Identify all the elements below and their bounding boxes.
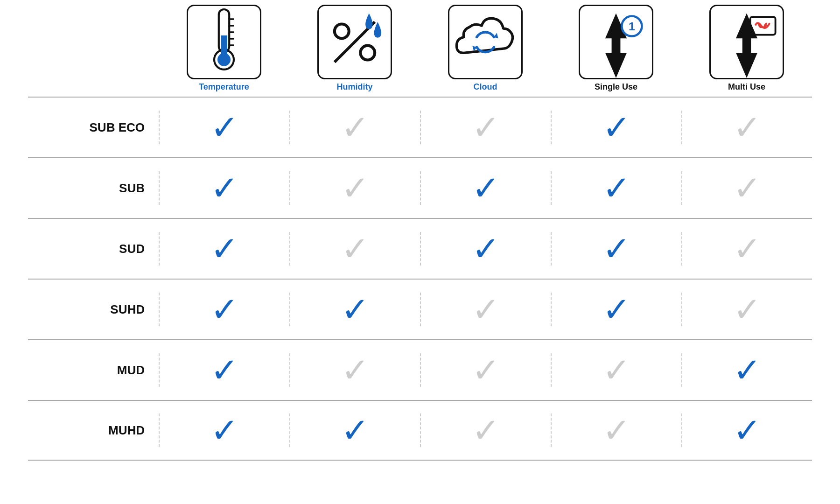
checkmark-active: ✓ [210,413,238,447]
header-cell-humidity: Humidity [289,5,420,92]
temperature-icon-box [187,5,261,79]
checkmark-inactive: ✓ [602,353,630,387]
data-cell: ✓ [551,413,681,447]
checkmark-inactive: ✓ [341,353,369,387]
humidity-icon [319,6,391,78]
data-cell: ✓ [681,111,812,144]
checkmark-active: ✓ [210,232,238,266]
data-rows: SUB ECO✓✓✓✓✓SUB✓✓✓✓✓SUD✓✓✓✓✓SUHD✓✓✓✓✓MUD… [28,97,812,495]
data-cell: ✓ [681,413,812,447]
checkmark-inactive: ✓ [341,171,369,205]
checkmark-active: ✓ [341,293,369,326]
data-cell: ✓ [681,232,812,266]
header-row: Temperature Humidity [28,5,812,97]
data-cell: ✓ [159,111,289,144]
data-cell: ✓ [681,293,812,326]
data-cell: ✓ [289,293,420,326]
data-cell: ✓ [551,171,681,205]
thermometer-icon [191,6,257,78]
data-cell: ✓ [551,111,681,144]
data-cell: ✓ [289,171,420,205]
checkmark-inactive: ✓ [341,232,369,266]
data-cell: ✓ [289,232,420,266]
table-row: MUD✓✓✓✓✓ [28,339,812,400]
data-cell: ✓ [159,232,289,266]
header-cell-multi-use: Multi Use [681,5,812,92]
checkmark-inactive: ✓ [733,232,761,266]
checkmark-active: ✓ [602,232,630,266]
single-use-icon: 1 [580,6,652,78]
checkmark-active: ✓ [733,353,761,387]
checkmark-active: ✓ [602,171,630,205]
checkmark-inactive: ✓ [472,413,500,447]
data-cell: ✓ [420,171,551,205]
data-cell: ✓ [289,111,420,144]
row-label: SUB [28,181,159,196]
checkmark-active: ✓ [210,293,238,326]
checkmark-inactive: ✓ [472,293,500,326]
checkmark-active: ✓ [602,293,630,326]
row-label: SUB ECO [28,120,159,135]
checkmark-inactive: ✓ [602,413,630,447]
humidity-icon-box [317,5,392,79]
checkmark-active: ✓ [472,171,500,205]
svg-marker-22 [736,53,757,78]
single-use-icon-box: 1 [579,5,653,79]
data-cell: ✓ [551,232,681,266]
comparison-table: Temperature Humidity [0,0,840,504]
svg-point-10 [360,46,375,60]
checkmark-inactive: ✓ [733,111,761,144]
data-cell: ✓ [159,413,289,447]
single-use-label: Single Use [595,82,637,92]
svg-rect-17 [612,35,620,53]
table-row: SUHD✓✓✓✓✓ [28,279,812,339]
data-cell: ✓ [159,353,289,387]
header-cell-temperature: Temperature [159,5,289,92]
header-cell-cloud: Cloud [420,5,551,92]
checkmark-active: ✓ [210,111,238,144]
data-cell: ✓ [551,293,681,326]
checkmark-active: ✓ [602,111,630,144]
checkmark-inactive: ✓ [472,353,500,387]
header-cell-single-use: 1 Single Use [551,5,681,92]
table-row: SUD✓✓✓✓✓ [28,218,812,279]
multi-use-label: Multi Use [728,82,765,92]
data-cell: ✓ [681,353,812,387]
checkmark-active: ✓ [733,413,761,447]
checkmark-inactive: ✓ [472,111,500,144]
cloud-sync-icon [449,10,521,75]
table-row: SUB ECO✓✓✓✓✓ [28,97,812,157]
multi-use-icon [711,6,783,78]
row-label: SUD [28,242,159,256]
data-cell: ✓ [681,171,812,205]
data-cell: ✓ [420,413,551,447]
data-cell: ✓ [420,293,551,326]
multi-use-icon-box [709,5,784,79]
humidity-label: Humidity [336,82,372,92]
row-label: SUHD [28,302,159,317]
data-cell: ✓ [551,353,681,387]
table-row: SUB✓✓✓✓✓ [28,157,812,218]
checkmark-active: ✓ [341,413,369,447]
data-cell: ✓ [159,171,289,205]
data-cell: ✓ [420,232,551,266]
table-row: MUHD✓✓✓✓✓ [28,400,812,461]
cloud-label: Cloud [474,82,497,92]
svg-rect-3 [221,35,227,60]
data-cell: ✓ [289,353,420,387]
row-label: MUD [28,363,159,378]
row-label: MUHD [28,423,159,438]
cloud-icon-box [448,5,523,79]
checkmark-inactive: ✓ [733,293,761,326]
data-cell: ✓ [420,111,551,144]
svg-marker-14 [605,13,627,38]
svg-rect-21 [742,35,751,53]
checkmark-active: ✓ [210,353,238,387]
svg-marker-16 [605,53,627,78]
checkmark-active: ✓ [472,232,500,266]
data-cell: ✓ [289,413,420,447]
data-cell: ✓ [420,353,551,387]
data-cell: ✓ [159,293,289,326]
checkmark-inactive: ✓ [733,171,761,205]
svg-text:1: 1 [629,20,635,33]
